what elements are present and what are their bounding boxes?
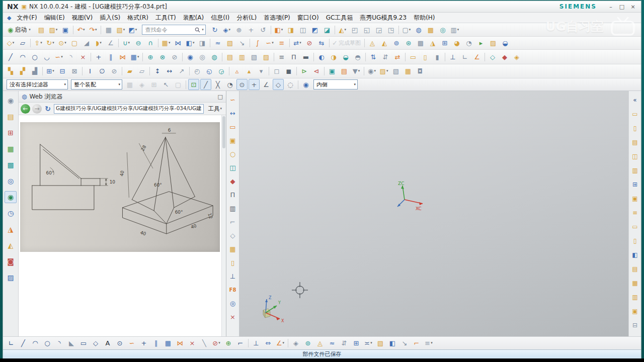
quick-extend-icon[interactable]: ⊕ bbox=[223, 338, 234, 349]
view-control-icon[interactable]: ⊟ bbox=[629, 320, 640, 331]
curve-tool-icon[interactable]: ▦▾ bbox=[129, 51, 140, 62]
tools-menu-button[interactable]: 工具 ▾ bbox=[206, 105, 224, 113]
feature-tool-icon[interactable]: ⊙▾ bbox=[57, 38, 68, 49]
curve-tool-icon[interactable]: ◝ bbox=[65, 51, 76, 62]
curve-tool-icon[interactable]: ▨ bbox=[261, 51, 272, 62]
selection-tool-icon[interactable]: ◈ bbox=[136, 79, 147, 90]
utility-tool-icon[interactable]: ⊟ bbox=[57, 66, 68, 77]
snap-point-icon[interactable]: ⊡ bbox=[188, 79, 199, 90]
point-icon[interactable]: + bbox=[138, 338, 149, 349]
sketch-tool-icon[interactable]: ⌐ bbox=[411, 338, 422, 349]
wcs-triad[interactable]: ZC XC bbox=[384, 180, 425, 216]
chevron-down-icon[interactable]: ▾ bbox=[202, 28, 204, 32]
feature-tool-icon[interactable]: ▢ bbox=[69, 38, 80, 49]
intersection-point-icon[interactable]: × bbox=[187, 338, 198, 349]
chevron-down-icon[interactable]: ▾ bbox=[299, 41, 301, 45]
snap-point-icon[interactable]: ⊙ bbox=[236, 79, 248, 90]
ellipse-icon[interactable]: ⊙ bbox=[114, 338, 125, 349]
columns-icon[interactable]: ▥ bbox=[227, 203, 238, 214]
graphics-viewport[interactable]: ZC XC bbox=[239, 91, 628, 336]
chevron-down-icon[interactable]: ▾ bbox=[374, 69, 376, 73]
curve-tool-icon[interactable]: ⋈ bbox=[117, 51, 128, 62]
feature-tool-icon[interactable]: ⇄▾ bbox=[292, 38, 303, 49]
curve-tool-icon[interactable]: ◠ bbox=[17, 51, 28, 62]
selection-tool-icon[interactable]: ▢ bbox=[173, 79, 184, 90]
chevron-down-icon[interactable]: ▾ bbox=[281, 28, 283, 32]
utility-tool-icon[interactable]: ◵ bbox=[204, 66, 215, 77]
datum-csys[interactable]: Z X Y bbox=[255, 293, 290, 325]
sketch-tool-icon[interactable]: ◈ bbox=[290, 338, 301, 349]
selection-scope-dropdown[interactable]: 整个装配 ▾ bbox=[71, 79, 122, 89]
utility-tool-icon[interactable]: ◴ bbox=[192, 66, 203, 77]
curve-tool-icon[interactable]: ⇅ bbox=[368, 51, 379, 62]
view-tool-icon[interactable]: ▩ bbox=[425, 24, 436, 35]
utility-tool-icon[interactable]: ◻ bbox=[271, 66, 282, 77]
curve-tool-icon[interactable]: ▤ bbox=[224, 51, 235, 62]
region-dropdown[interactable]: 内侧 ▾ bbox=[313, 79, 358, 89]
feature-tool-icon[interactable]: ↘ bbox=[236, 38, 248, 49]
arc-icon[interactable]: ◠ bbox=[30, 338, 41, 349]
derived-line-icon[interactable]: ╲ bbox=[199, 338, 210, 349]
feature-tool-icon[interactable]: ◮ bbox=[427, 38, 438, 49]
view-tool-icon[interactable]: ◧▾ bbox=[273, 24, 284, 35]
feature-tool-icon[interactable]: ▦▾ bbox=[160, 38, 172, 49]
selection-tool-icon[interactable]: ↖ bbox=[160, 79, 172, 90]
curve-tool-icon[interactable]: ⊗ bbox=[157, 51, 168, 62]
view-tool-icon[interactable]: ◳ bbox=[385, 24, 396, 35]
utility-tool-icon[interactable]: ▤ bbox=[339, 66, 350, 77]
utility-tool-icon[interactable]: ▟ bbox=[29, 66, 40, 77]
snap-point-icon[interactable]: ◔ bbox=[224, 79, 235, 90]
standard-tool-icon[interactable]: ↷▾ bbox=[88, 24, 99, 35]
minimize-button[interactable]: – bbox=[607, 4, 615, 10]
snap-point-icon[interactable]: ◇ bbox=[273, 79, 284, 90]
view-control-icon[interactable]: ▦ bbox=[629, 278, 640, 289]
chevron-down-icon[interactable]: ▾ bbox=[283, 341, 285, 345]
snap-point-icon[interactable]: + bbox=[249, 79, 260, 90]
curve-tool-icon[interactable]: ▯ bbox=[420, 51, 431, 62]
roles-icon[interactable]: ◙ bbox=[5, 255, 17, 267]
chevron-down-icon[interactable]: ▾ bbox=[137, 55, 139, 59]
fillet-icon[interactable]: ◝ bbox=[54, 338, 65, 349]
chevron-down-icon[interactable]: ▾ bbox=[457, 28, 459, 32]
chevron-down-icon[interactable]: ▾ bbox=[56, 28, 58, 32]
utility-tool-icon[interactable]: ↕ bbox=[152, 66, 163, 77]
feature-tool-icon[interactable]: ▱ bbox=[17, 38, 28, 49]
chevron-down-icon[interactable]: ▾ bbox=[370, 341, 372, 345]
chevron-down-icon[interactable]: ▾ bbox=[409, 28, 411, 32]
view-tool-icon[interactable]: + bbox=[246, 24, 257, 35]
chevron-down-icon[interactable]: ▾ bbox=[61, 55, 63, 59]
chevron-down-icon[interactable]: ▾ bbox=[431, 341, 433, 345]
curve-tool-icon[interactable]: ◒ bbox=[340, 51, 351, 62]
menu-item[interactable]: 燕秀UG模具9.23 bbox=[356, 13, 410, 23]
view-tool-icon[interactable]: ⊕ bbox=[233, 24, 245, 35]
block-icon[interactable]: ▣ bbox=[227, 135, 238, 146]
feature-tool-icon[interactable]: ↻▾ bbox=[45, 38, 56, 49]
feature-tool-icon[interactable]: ◭ bbox=[379, 38, 390, 49]
menu-item[interactable]: 文件(F) bbox=[13, 13, 40, 23]
view-control-icon[interactable]: ▯ bbox=[629, 235, 640, 246]
gem-icon[interactable]: ◆ bbox=[227, 175, 238, 187]
feature-tool-icon[interactable]: ⊘ bbox=[304, 38, 315, 49]
feature-tool-icon[interactable]: ◇▾ bbox=[5, 38, 16, 49]
profile-icon[interactable]: ∟ bbox=[6, 338, 17, 349]
feature-tool-icon[interactable]: ⊚ bbox=[391, 38, 402, 49]
maximize-button[interactable]: □ bbox=[618, 4, 626, 10]
hd3d-tools-icon[interactable]: ◎ bbox=[5, 175, 17, 187]
curve-tool-icon[interactable]: ⇵ bbox=[380, 51, 391, 62]
selection-tool-icon[interactable]: ◉ bbox=[300, 79, 311, 90]
chevron-down-icon[interactable]: ▾ bbox=[193, 41, 195, 45]
chevron-down-icon[interactable]: ▾ bbox=[100, 41, 102, 45]
view-control-icon[interactable]: ▣ bbox=[629, 306, 640, 317]
menu-item[interactable]: 帮助(H) bbox=[410, 13, 438, 23]
feature-tool-icon[interactable]: ◢ bbox=[81, 38, 92, 49]
feature-tool-icon[interactable]: ▧ bbox=[224, 38, 235, 49]
circle-icon[interactable]: ○ bbox=[42, 338, 53, 349]
chamfer-icon[interactable]: ◣ bbox=[66, 338, 77, 349]
view-control-icon[interactable]: ▭ bbox=[629, 109, 640, 120]
menu-item[interactable]: 插入(S) bbox=[96, 13, 124, 23]
forward-button[interactable]: → bbox=[32, 104, 42, 114]
utility-tool-icon[interactable]: ◼ bbox=[283, 66, 294, 77]
pattern-curve-icon[interactable]: ▦ bbox=[163, 338, 174, 349]
chevron-down-icon[interactable]: ▾ bbox=[123, 28, 125, 32]
feature-tool-icon[interactable]: ∽▾ bbox=[264, 38, 275, 49]
